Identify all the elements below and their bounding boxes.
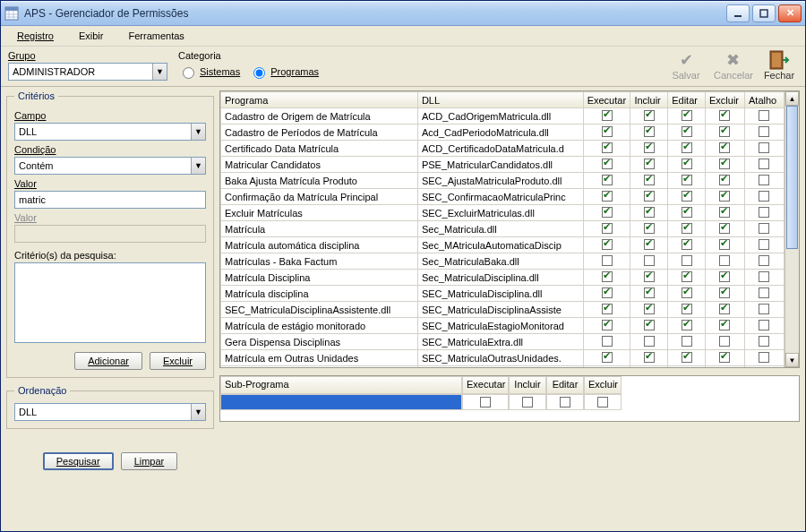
checkbox[interactable] <box>719 239 730 250</box>
checkbox[interactable] <box>682 191 692 202</box>
col-editar[interactable]: Editar <box>668 92 706 108</box>
valor-input[interactable] <box>14 191 206 209</box>
checkbox[interactable] <box>602 287 613 298</box>
checkbox[interactable] <box>682 320 692 330</box>
checkbox[interactable] <box>682 142 692 153</box>
checkbox[interactable] <box>644 255 655 266</box>
table-row[interactable]: SEC_MatriculaDisciplinaAssistente.dllSEC… <box>221 302 785 318</box>
checkbox[interactable] <box>602 207 613 218</box>
close-button[interactable]: ✕ <box>778 4 802 22</box>
checkbox[interactable] <box>644 126 655 137</box>
scroll-down-icon[interactable]: ▼ <box>785 353 799 367</box>
checkbox[interactable] <box>719 207 730 218</box>
table-row[interactable]: MatrículaSec_Matricula.dll <box>221 221 785 237</box>
checkbox[interactable] <box>759 352 769 363</box>
pesquisar-button[interactable]: Pesquisar <box>43 452 114 470</box>
checkbox[interactable] <box>759 175 769 185</box>
condicao-combo[interactable]: ▼ <box>14 157 206 175</box>
checkbox[interactable] <box>759 304 769 314</box>
checkbox[interactable] <box>644 207 655 218</box>
checkbox[interactable] <box>644 239 655 250</box>
checkbox[interactable] <box>522 397 533 408</box>
checkbox[interactable] <box>597 397 608 408</box>
menu-ferramentas[interactable]: Ferramentas <box>117 29 194 43</box>
checkbox[interactable] <box>682 126 692 137</box>
checkbox[interactable] <box>602 320 613 330</box>
campo-input[interactable] <box>15 124 191 139</box>
checkbox[interactable] <box>644 159 655 169</box>
checkbox[interactable] <box>759 207 769 218</box>
chevron-down-icon[interactable]: ▼ <box>191 158 205 174</box>
checkbox[interactable] <box>602 239 613 250</box>
radio-programas[interactable]: Programas <box>249 64 319 79</box>
checkbox[interactable] <box>682 336 692 347</box>
checkbox[interactable] <box>759 271 769 282</box>
checkbox[interactable] <box>759 126 769 137</box>
checkbox[interactable] <box>682 239 692 250</box>
checkbox[interactable] <box>719 126 730 137</box>
subgrid-selected-row[interactable] <box>220 394 799 410</box>
condicao-input[interactable] <box>15 159 191 173</box>
table-row[interactable]: Matrículas - Baka FactumSec_MatriculaBak… <box>221 253 785 270</box>
limpar-button[interactable]: Limpar <box>121 452 178 470</box>
criterios-list[interactable] <box>14 262 206 343</box>
checkbox[interactable] <box>719 110 730 121</box>
checkbox[interactable] <box>644 110 655 121</box>
checkbox[interactable] <box>644 271 655 282</box>
menu-exibir[interactable]: Exibir <box>68 29 115 43</box>
col-dll[interactable]: DLL <box>417 92 583 108</box>
checkbox[interactable] <box>682 352 692 363</box>
checkbox[interactable] <box>759 336 769 347</box>
checkbox[interactable] <box>759 142 769 153</box>
checkbox[interactable] <box>644 352 655 363</box>
checkbox[interactable] <box>719 271 730 282</box>
scroll-up-icon[interactable]: ▲ <box>785 91 799 106</box>
checkbox[interactable] <box>644 142 655 153</box>
table-row[interactable]: Matrícula automática disciplinaSec_MAtri… <box>221 237 785 253</box>
table-row[interactable]: Matrícula DisciplinaSec_MatriculaDiscipl… <box>221 270 785 286</box>
subcol-excluir[interactable]: Excluir <box>584 376 622 394</box>
table-row[interactable]: Excluir MatrículasSEC_ExcluirMatriculas.… <box>221 205 785 221</box>
checkbox[interactable] <box>719 304 730 314</box>
checkbox[interactable] <box>644 304 655 314</box>
table-row[interactable]: Cadastro de Origem de MatrículaACD_CadOr… <box>221 108 785 124</box>
table-row[interactable]: Matrícula de estágio monitoradoSEC_Matri… <box>221 318 785 334</box>
ordenacao-input[interactable] <box>15 405 191 419</box>
checkbox[interactable] <box>602 255 613 266</box>
checkbox[interactable] <box>719 255 730 266</box>
col-programa[interactable]: Programa <box>221 92 418 108</box>
checkbox[interactable] <box>602 191 613 202</box>
grupo-input[interactable] <box>9 64 152 79</box>
checkbox[interactable] <box>560 397 570 408</box>
checkbox[interactable] <box>759 320 769 330</box>
campo-combo[interactable]: ▼ <box>14 123 206 141</box>
checkbox[interactable] <box>602 159 613 169</box>
col-incluir[interactable]: Incluir <box>630 92 668 108</box>
checkbox[interactable] <box>759 287 769 298</box>
col-excluir[interactable]: Excluir <box>706 92 745 108</box>
checkbox[interactable] <box>644 191 655 202</box>
table-row[interactable]: Matrícula disciplinaSEC_MatriculaDiscipl… <box>221 286 785 302</box>
vertical-scrollbar[interactable]: ▲ ▼ <box>785 91 799 367</box>
checkbox[interactable] <box>719 159 730 169</box>
checkbox[interactable] <box>682 207 692 218</box>
checkbox[interactable] <box>602 110 613 121</box>
grid-scroll[interactable]: Programa DLL Executar Incluir Editar Exc… <box>220 91 785 367</box>
checkbox[interactable] <box>759 223 769 234</box>
checkbox[interactable] <box>719 336 730 347</box>
table-row[interactable]: Baka Ajusta Matrícula ProdutoSEC_AjustaM… <box>221 173 785 189</box>
radio-sistemas[interactable]: Sistemas <box>178 64 240 79</box>
checkbox[interactable] <box>602 304 613 314</box>
table-row[interactable]: Gera Dispensa DisciplinasSEC_MatriculaEx… <box>221 334 785 350</box>
chevron-down-icon[interactable]: ▼ <box>191 404 205 420</box>
subcol-incluir[interactable]: Incluir <box>509 376 546 394</box>
subcol-subprograma[interactable]: Sub-Programa <box>220 376 462 394</box>
table-row[interactable]: Certificado Data MatrículaACD_Certificad… <box>221 141 785 157</box>
checkbox[interactable] <box>759 255 769 266</box>
checkbox[interactable] <box>480 397 491 408</box>
checkbox[interactable] <box>602 336 613 347</box>
maximize-button[interactable] <box>752 4 776 22</box>
table-row[interactable]: Confirmação da Matrícula PrincipalSEC_Co… <box>221 189 785 205</box>
checkbox[interactable] <box>602 352 613 363</box>
checkbox[interactable] <box>719 223 730 234</box>
